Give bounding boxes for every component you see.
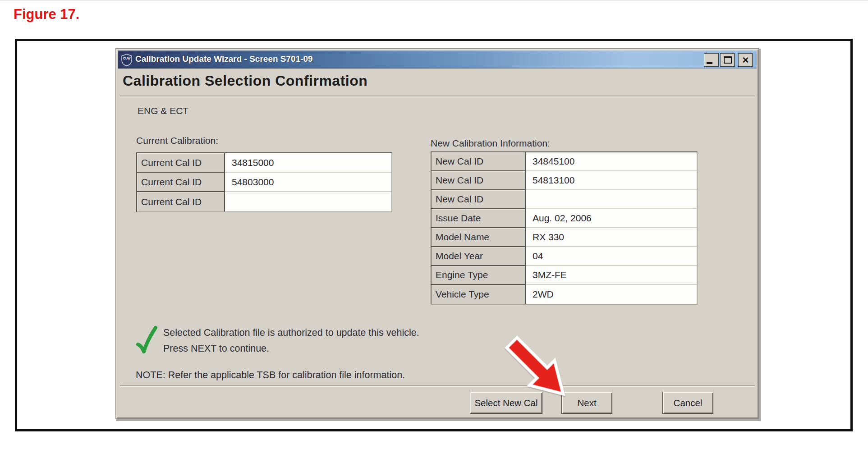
minimize-button[interactable] [704,53,719,67]
close-button[interactable]: ✕ [738,53,753,67]
table-row: Engine Type 3MZ-FE [432,266,697,285]
system-label: ENG & ECT [138,105,188,116]
figure-border: CUW Calibration Update Wizard - Screen S… [15,39,853,431]
close-icon: ✕ [742,56,749,64]
minimize-icon [707,62,712,64]
maximize-button[interactable] [720,53,735,67]
window-titlebar[interactable]: CUW Calibration Update Wizard - Screen S… [118,50,757,69]
next-button[interactable]: Next [561,392,612,414]
status-message-line2: Press NEXT to continue. [163,343,269,354]
row-value: 54803000 [225,173,391,192]
row-value: 2WD [526,285,697,304]
table-row: New Cal ID [432,190,697,209]
row-value [526,190,697,209]
new-calibration-table: New Cal ID 34845100 New Cal ID 54813100 … [431,151,698,305]
row-label: New Cal ID [432,152,526,171]
row-value: 04 [526,247,697,266]
check-icon [134,325,158,358]
button-area-divider [120,385,755,387]
cancel-button[interactable]: Cancel [662,392,713,414]
row-label: Model Name [432,228,526,247]
row-value: 3MZ-FE [526,266,697,285]
select-new-cal-button[interactable]: Select New Cal [470,392,542,414]
table-row: Current Cal ID 54803000 [137,173,391,192]
cuw-shield-icon: CUW [121,54,132,66]
table-row: Current Cal ID [137,192,391,211]
row-label: Engine Type [432,266,526,285]
current-calibration-title: Current Calibration: [136,135,218,146]
status-message-line1: Selected Calibration file is authorized … [163,327,419,339]
maximize-icon [724,56,732,64]
table-row: New Cal ID 54813100 [432,171,697,190]
row-label: New Cal ID [432,190,526,209]
row-label: Current Cal ID [137,192,225,211]
row-value: RX 330 [526,228,697,247]
page-title: Calibration Selection Confirmation [123,73,367,89]
row-label: Current Cal ID [137,173,225,192]
new-calibration-title: New Calibration Information: [431,138,550,149]
figure-caption: Figure 17. [14,6,79,23]
heading-divider [120,96,755,97]
note-text: NOTE: Refer the applicable TSB for calib… [136,370,405,381]
table-row: Model Year 04 [432,247,697,266]
current-calibration-table: Current Cal ID 34815000 Current Cal ID 5… [136,152,392,212]
table-row: Current Cal ID 34815000 [137,153,391,173]
row-label: Model Year [432,247,526,266]
row-value: 54813100 [526,171,697,190]
row-label: Current Cal ID [137,153,225,173]
table-row: Vehicle Type 2WD [432,285,697,304]
window-title: Calibration Update Wizard - Screen S701-… [135,54,313,64]
row-label: New Cal ID [432,171,526,190]
svg-text:CUW: CUW [123,57,131,60]
table-row: Model Name RX 330 [432,228,697,247]
table-row: Issue Date Aug. 02, 2006 [432,209,697,228]
row-value: Aug. 02, 2006 [526,209,697,228]
row-value [225,192,391,211]
document-page: Figure 17. CUW Calibration Update Wizard… [0,0,868,449]
row-label: Issue Date [432,209,526,228]
page-top-rule [0,0,868,1]
row-value: 34845100 [526,152,697,171]
window-controls: ✕ [704,53,753,67]
table-row: New Cal ID 34845100 [432,152,697,171]
row-value: 34815000 [225,153,391,173]
row-label: Vehicle Type [432,285,526,304]
calibration-update-wizard-window: CUW Calibration Update Wizard - Screen S… [115,48,759,419]
